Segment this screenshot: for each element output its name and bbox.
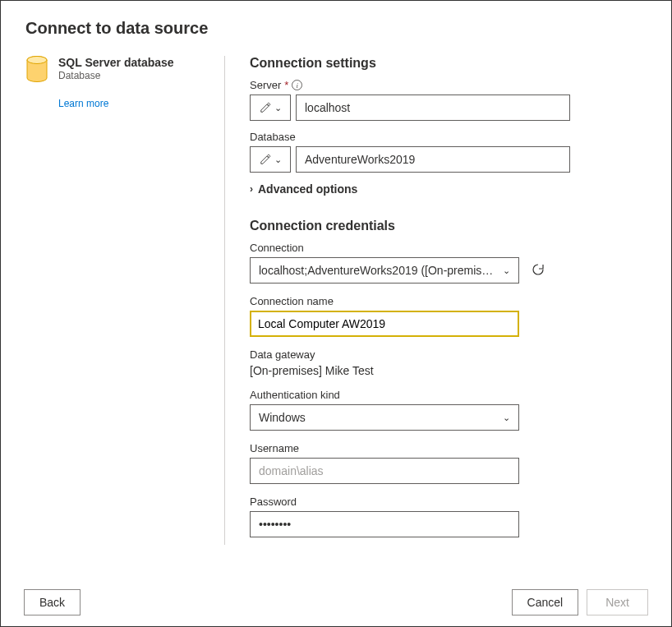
- connection-name-input[interactable]: [250, 311, 519, 337]
- svg-point-1: [27, 57, 47, 64]
- settings-heading: Connection settings: [250, 56, 647, 71]
- learn-more-link[interactable]: Learn more: [58, 98, 108, 109]
- refresh-icon[interactable]: [531, 262, 545, 279]
- database-label: Database: [250, 131, 647, 143]
- username-input[interactable]: [250, 458, 519, 484]
- page-title: Connect to data source: [25, 19, 647, 38]
- sidebar: SQL Server database Database Learn more: [25, 56, 224, 579]
- pencil-icon: [260, 102, 271, 113]
- database-input[interactable]: [296, 146, 570, 173]
- connection-label: Connection: [250, 242, 647, 254]
- auth-kind-label: Authentication kind: [250, 389, 647, 401]
- next-button: Next: [587, 589, 648, 615]
- info-icon[interactable]: i: [292, 80, 302, 90]
- chevron-down-icon: ⌄: [274, 103, 282, 113]
- chevron-down-icon: ⌄: [503, 265, 510, 276]
- credentials-heading: Connection credentials: [250, 219, 647, 233]
- chevron-down-icon: ⌄: [503, 413, 510, 423]
- connection-dropdown[interactable]: localhost;AdventureWorks2019 ([On-premis…: [250, 257, 519, 284]
- server-label: Server * i: [250, 79, 647, 91]
- database-icon: [25, 56, 48, 86]
- pencil-icon: [260, 154, 271, 165]
- dialog-footer: Back Cancel Next: [1, 579, 671, 626]
- advanced-options-toggle[interactable]: › Advanced options: [250, 182, 647, 196]
- connection-name-label: Connection name: [250, 295, 647, 307]
- chevron-right-icon: ›: [250, 183, 253, 195]
- main-panel: Connection settings Server * i ⌄ Databas…: [225, 56, 647, 579]
- source-title: SQL Server database: [58, 56, 174, 69]
- username-label: Username: [250, 442, 647, 454]
- password-input[interactable]: [250, 511, 519, 537]
- chevron-down-icon: ⌄: [274, 154, 282, 165]
- gateway-value: [On-premises] Mike Test: [250, 364, 647, 377]
- required-asterisk: *: [284, 79, 288, 91]
- data-source-item: SQL Server database Database: [25, 56, 208, 86]
- gateway-label: Data gateway: [250, 348, 647, 361]
- database-mode-toggle[interactable]: ⌄: [250, 146, 291, 173]
- server-input[interactable]: [296, 95, 570, 121]
- source-subtitle: Database: [58, 70, 174, 81]
- dialog-header: Connect to data source: [1, 1, 671, 44]
- auth-kind-dropdown[interactable]: Windows ⌄: [250, 404, 519, 431]
- server-mode-toggle[interactable]: ⌄: [250, 95, 291, 121]
- back-button[interactable]: Back: [24, 589, 81, 615]
- cancel-button[interactable]: Cancel: [512, 589, 579, 615]
- password-label: Password: [250, 496, 647, 508]
- content-area: SQL Server database Database Learn more …: [1, 44, 671, 579]
